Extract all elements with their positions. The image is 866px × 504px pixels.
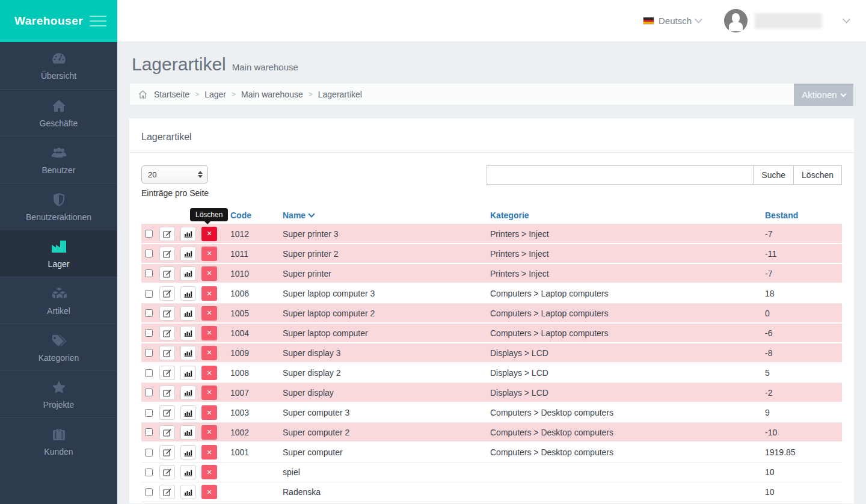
chart-button[interactable] xyxy=(180,485,196,499)
row-checkbox[interactable] xyxy=(145,369,153,377)
language-selector[interactable]: Deutsch xyxy=(643,16,701,26)
sidebar-item-geschaefte[interactable]: Geschäfte xyxy=(0,89,117,136)
row-checkbox[interactable] xyxy=(145,488,153,496)
clear-search-button[interactable]: Löschen xyxy=(794,165,842,185)
chart-button[interactable] xyxy=(180,366,196,380)
edit-button[interactable] xyxy=(159,227,175,241)
sidebar-item-label: Lager xyxy=(48,259,70,269)
row-checkbox[interactable] xyxy=(145,449,153,456)
per-page-value: 20 xyxy=(148,170,156,179)
cell-category: Displays > LCD xyxy=(490,388,765,398)
edit-button[interactable] xyxy=(159,247,175,261)
chart-button[interactable] xyxy=(180,306,196,321)
sidebar-item-label: Kunden xyxy=(44,447,73,456)
delete-button[interactable]: ✕ xyxy=(201,485,217,499)
sidebar-item-artikel[interactable]: Artikel xyxy=(0,277,117,324)
delete-button[interactable]: ✕ xyxy=(201,326,217,340)
edit-button[interactable] xyxy=(159,306,175,321)
cell-stock: 0 xyxy=(765,309,842,318)
edit-button[interactable] xyxy=(159,366,175,380)
cell-category: Computers > Laptop computers xyxy=(490,309,765,318)
edit-button[interactable] xyxy=(159,286,175,301)
sidebar-item-benutzer[interactable]: Benutzer xyxy=(0,136,117,183)
sidebar-item-kategorien[interactable]: Kategorien xyxy=(0,324,117,370)
row-checkbox[interactable] xyxy=(145,230,153,238)
row-checkbox[interactable] xyxy=(145,409,153,417)
column-header-kategorie[interactable]: Kategorie xyxy=(490,211,765,220)
delete-button[interactable]: ✕ xyxy=(201,266,217,281)
edit-button[interactable] xyxy=(159,326,175,340)
delete-button[interactable]: ✕ xyxy=(201,306,217,321)
breadcrumb-link-main-warehouse[interactable]: Main warehouse xyxy=(241,90,303,99)
actions-button[interactable]: Aktionen xyxy=(794,84,853,106)
edit-button[interactable] xyxy=(159,465,175,479)
delete-button[interactable]: ✕ xyxy=(201,465,217,479)
cell-category: Computers > Desktop computers xyxy=(490,447,765,457)
edit-button[interactable] xyxy=(159,405,175,420)
page-header: Lagerartikel Main warehouse xyxy=(129,42,854,83)
chart-button[interactable] xyxy=(180,346,196,360)
row-actions: ✕ xyxy=(141,465,230,479)
chart-button[interactable] xyxy=(180,465,196,479)
user-menu[interactable] xyxy=(724,9,849,32)
delete-button[interactable]: ✕ xyxy=(201,425,217,440)
row-checkbox[interactable] xyxy=(145,469,153,476)
german-flag-icon xyxy=(643,17,654,25)
column-header-bestand[interactable]: Bestand xyxy=(765,211,842,220)
chart-button[interactable] xyxy=(180,227,196,241)
factory-icon xyxy=(50,239,68,254)
delete-button[interactable]: ✕ xyxy=(201,366,217,380)
edit-button[interactable] xyxy=(159,266,175,281)
sidebar-item-kunden[interactable]: Kunden xyxy=(0,417,117,464)
delete-button[interactable]: ✕ xyxy=(201,247,217,261)
delete-button[interactable]: ✕ xyxy=(201,286,217,301)
column-header-code[interactable]: Code xyxy=(230,211,283,220)
chart-button[interactable] xyxy=(180,247,196,261)
select-stepper-icon xyxy=(198,171,203,178)
cell-code: 1009 xyxy=(230,348,283,358)
delete-button[interactable]: ✕ xyxy=(201,405,217,420)
row-checkbox[interactable] xyxy=(145,329,153,337)
chart-button[interactable] xyxy=(180,286,196,301)
row-checkbox[interactable] xyxy=(145,349,153,357)
chart-button[interactable] xyxy=(180,326,196,340)
cell-code: 1004 xyxy=(230,328,283,338)
row-checkbox[interactable] xyxy=(145,290,153,298)
edit-button[interactable] xyxy=(159,346,175,360)
chart-button[interactable] xyxy=(180,445,196,459)
edit-button[interactable] xyxy=(159,425,175,440)
chart-button[interactable] xyxy=(180,386,196,400)
row-checkbox[interactable] xyxy=(145,389,153,396)
delete-button[interactable]: ✕ xyxy=(201,346,217,360)
column-header-name[interactable]: Name xyxy=(283,211,490,220)
sidebar-item-projekte[interactable]: Projekte xyxy=(0,370,117,417)
sidebar-item-label: Benutzer xyxy=(41,165,75,175)
per-page-select[interactable]: 20 xyxy=(141,165,208,183)
row-checkbox[interactable] xyxy=(145,309,153,317)
edit-button[interactable] xyxy=(159,485,175,499)
cell-category: Printers > Inject xyxy=(490,229,765,239)
row-checkbox[interactable] xyxy=(145,269,153,277)
sidebar-item-benutzeraktionen[interactable]: Benutzeraktionen xyxy=(0,183,117,230)
edit-button[interactable] xyxy=(159,445,175,459)
chart-button[interactable] xyxy=(180,425,196,440)
sidebar-item-uebersicht[interactable]: Übersicht xyxy=(0,42,117,89)
edit-button[interactable] xyxy=(159,386,175,400)
breadcrumb-link-startseite[interactable]: Startseite xyxy=(154,90,189,99)
menu-toggle-icon[interactable] xyxy=(90,15,106,27)
table-row: ✕ Radenska 10 xyxy=(141,482,842,502)
table-row: ✕ 1003 Super computer 3 Computers > Desk… xyxy=(141,403,842,423)
breadcrumb-link-lager[interactable]: Lager xyxy=(204,90,226,99)
cell-code: 1001 xyxy=(230,447,283,457)
row-checkbox[interactable] xyxy=(145,428,153,436)
chart-button[interactable] xyxy=(180,266,196,281)
search-input[interactable] xyxy=(487,165,754,185)
delete-button[interactable]: ✕ xyxy=(201,386,217,400)
sidebar-item-lager[interactable]: Lager xyxy=(0,230,117,277)
delete-button[interactable]: ✕ xyxy=(201,227,217,241)
row-checkbox[interactable] xyxy=(145,250,153,257)
delete-button[interactable]: ✕ xyxy=(201,445,217,459)
x-icon: ✕ xyxy=(206,230,212,238)
search-button[interactable]: Suche xyxy=(754,165,794,185)
chart-button[interactable] xyxy=(180,405,196,420)
